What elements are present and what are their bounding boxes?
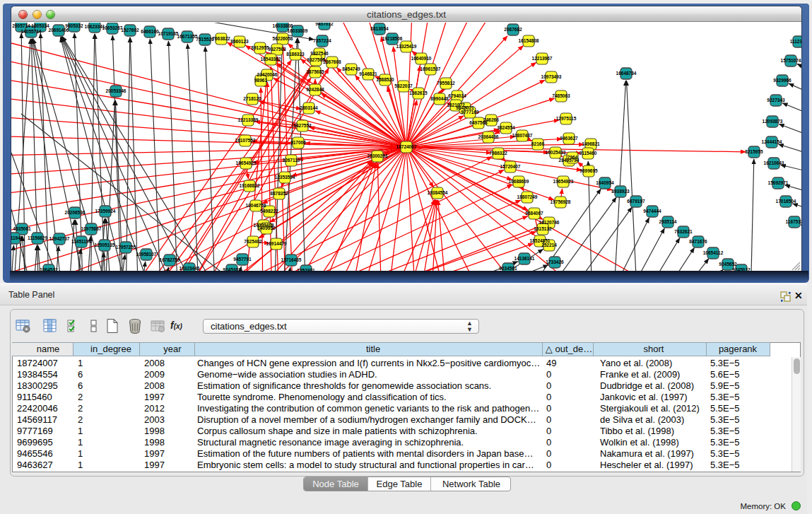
svg-text:20206536: 20206536	[65, 210, 86, 215]
svg-text:6466160: 6466160	[141, 29, 159, 34]
svg-text:17957255: 17957255	[116, 245, 136, 250]
svg-text:12444154: 12444154	[762, 139, 782, 144]
svg-text:7986322: 7986322	[489, 151, 507, 156]
svg-text:1496821: 1496821	[582, 141, 600, 146]
svg-text:8660123: 8660123	[230, 39, 249, 44]
svg-text:917006: 917006	[290, 140, 306, 145]
svg-text:12353594: 12353594	[275, 175, 295, 180]
svg-text:16782759: 16782759	[160, 257, 180, 262]
svg-text:1588520: 1588520	[376, 77, 394, 82]
svg-text:8427552: 8427552	[293, 123, 312, 128]
svg-text:5822037: 5822037	[394, 83, 413, 88]
svg-text:9115460: 9115460	[579, 151, 597, 156]
svg-text:16033808: 16033808	[273, 23, 293, 28]
svg-text:2718120: 2718120	[243, 96, 261, 101]
svg-text:19218506: 19218506	[382, 36, 403, 41]
svg-text:11451194: 11451194	[71, 239, 92, 244]
svg-text:16120746: 16120746	[539, 220, 560, 225]
svg-text:9227343: 9227343	[767, 98, 785, 103]
svg-text:98961: 98961	[254, 78, 267, 83]
svg-text:6794024: 6794024	[448, 93, 466, 98]
svg-text:16671355: 16671355	[177, 34, 198, 39]
svg-text:9242848: 9242848	[306, 87, 324, 92]
svg-text:18807249: 18807249	[517, 194, 538, 199]
svg-text:1605334: 1605334	[31, 23, 49, 28]
svg-text:9146821: 9146821	[359, 71, 377, 76]
svg-text:2935114: 2935114	[659, 219, 677, 224]
svg-text:12213389: 12213389	[238, 117, 259, 122]
svg-text:8215955: 8215955	[745, 149, 763, 154]
svg-text:1252301: 1252301	[297, 268, 315, 271]
svg-text:62160: 62160	[531, 141, 544, 146]
svg-text:1064532: 1064532	[40, 267, 58, 271]
svg-text:9327508: 9327508	[307, 57, 325, 62]
svg-text:17359924: 17359924	[95, 209, 116, 214]
svg-text:8990448: 8990448	[430, 96, 449, 101]
svg-text:2087682: 2087682	[504, 27, 522, 32]
svg-text:3875685: 3875685	[306, 69, 324, 74]
svg-text:25300293: 25300293	[367, 153, 388, 158]
svg-text:1615132: 1615132	[534, 226, 552, 231]
svg-text:9463627: 9463627	[560, 136, 578, 141]
svg-text:7357224: 7357224	[313, 38, 331, 43]
svg-text:10653267: 10653267	[102, 25, 123, 30]
svg-text:9699695: 9699695	[579, 168, 598, 173]
svg-text:13325419: 13325419	[396, 44, 417, 49]
svg-text:1409950: 1409950	[257, 226, 276, 230]
svg-text:14136141: 14136141	[514, 256, 535, 261]
svg-text:16914479: 16914479	[266, 241, 287, 246]
svg-text:10025433: 10025433	[546, 150, 566, 155]
svg-text:20364436: 20364436	[478, 134, 499, 139]
svg-text:8471676: 8471676	[689, 239, 707, 244]
svg-text:7632621: 7632621	[674, 229, 693, 234]
svg-text:9329966: 9329966	[773, 78, 792, 83]
svg-text:9234561: 9234561	[499, 266, 517, 271]
svg-text:17016504: 17016504	[776, 199, 796, 204]
svg-text:18724007: 18724007	[396, 144, 417, 149]
svg-text:8813054: 8813054	[370, 26, 389, 31]
svg-text:16961537: 16961537	[420, 66, 441, 71]
svg-text:9777169: 9777169	[461, 110, 479, 115]
svg-text:7485063: 7485063	[552, 93, 570, 98]
svg-text:16033809: 16033809	[288, 28, 308, 33]
svg-text:4335061: 4335061	[13, 226, 31, 231]
svg-text:15720407: 15720407	[500, 164, 521, 169]
svg-text:23420046: 23420046	[257, 72, 278, 77]
svg-text:56226058: 56226058	[273, 36, 293, 41]
svg-text:8186323: 8186323	[286, 52, 305, 57]
svg-text:19384554: 19384554	[428, 190, 448, 195]
svg-text:9474444: 9474444	[643, 209, 661, 214]
svg-text:16154808: 16154808	[519, 38, 539, 43]
svg-text:16107552: 16107552	[235, 138, 256, 143]
svg-text:3624554: 3624554	[497, 125, 515, 130]
svg-text:7625402: 7625402	[244, 239, 262, 244]
svg-text:252214: 252214	[541, 243, 557, 247]
svg-text:3267110: 3267110	[283, 158, 300, 163]
svg-text:12942737: 12942737	[49, 236, 70, 241]
svg-text:1167533: 1167533	[786, 219, 801, 224]
svg-text:9605332: 9605332	[65, 23, 83, 28]
svg-text:12093873: 12093873	[763, 119, 783, 124]
svg-text:8454749: 8454749	[342, 66, 360, 71]
svg-text:8878352: 8878352	[270, 191, 288, 196]
svg-text:15716485: 15716485	[281, 257, 302, 262]
svg-text:10046758: 10046758	[246, 203, 266, 208]
svg-text:15751074: 15751074	[781, 58, 801, 63]
svg-text:10958107: 10958107	[136, 252, 157, 257]
svg-text:6497568: 6497568	[469, 120, 488, 125]
svg-text:19756928: 19756928	[551, 199, 571, 204]
svg-text:10654112: 10654112	[703, 250, 724, 255]
svg-text:2005714: 2005714	[12, 23, 30, 28]
svg-text:16648784: 16648784	[616, 71, 637, 76]
svg-text:1362615: 1362615	[409, 90, 428, 95]
svg-text:9245301: 9245301	[223, 267, 241, 271]
svg-text:20053346: 20053346	[106, 88, 126, 93]
svg-text:9457791: 9457791	[233, 257, 252, 262]
svg-text:3911941: 3911941	[11, 235, 23, 240]
svg-text:11156829: 11156829	[28, 235, 48, 240]
svg-text:19166822: 19166822	[240, 183, 260, 188]
svg-text:16640910: 16640910	[411, 56, 432, 61]
svg-text:7663822: 7663822	[212, 36, 230, 41]
svg-text:7955812: 7955812	[437, 81, 455, 86]
svg-text:10807487: 10807487	[512, 133, 533, 138]
